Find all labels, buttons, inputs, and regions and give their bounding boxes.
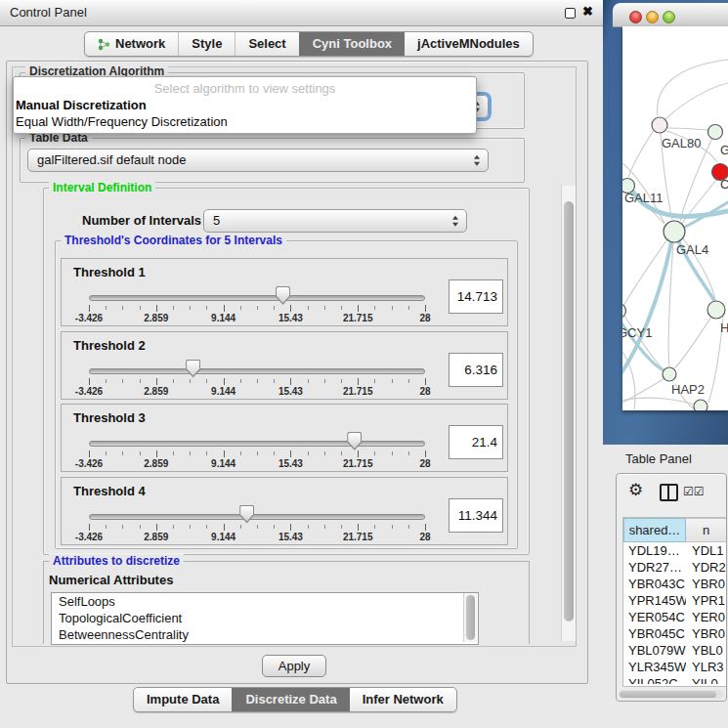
scrollbar-thumb[interactable]: [466, 595, 475, 640]
tab-discretize-data[interactable]: Discretize Data: [232, 688, 349, 711]
slider-tick-labels: -3.4262.8599.14415.4321.71528: [89, 532, 425, 543]
network-node-GCY1[interactable]: [622, 304, 626, 319]
slider-track[interactable]: [89, 514, 425, 520]
table-horizontal-scrollbar[interactable]: [619, 690, 724, 699]
tab-infer-network[interactable]: Infer Network: [350, 688, 456, 711]
cell-shared-name: YPR145W: [623, 592, 686, 609]
threshold-value-field[interactable]: 21.4: [449, 425, 503, 459]
zoom-traffic-light-icon[interactable]: [663, 11, 675, 23]
network-node-H[interactable]: [707, 301, 725, 319]
close-traffic-light-icon[interactable]: [629, 11, 642, 23]
tab-impute-data[interactable]: Impute Data: [134, 688, 232, 711]
main-vertical-scrollbar[interactable]: [561, 186, 576, 641]
cell-shared-name: YDR27…: [623, 559, 686, 576]
tab-select[interactable]: Select: [235, 32, 298, 56]
threshold-value-field[interactable]: 6.316: [449, 353, 503, 387]
checkbox-columns-icon[interactable]: ☑☑: [683, 485, 705, 498]
slider-thumb[interactable]: [186, 360, 200, 378]
minimize-traffic-light-icon[interactable]: [646, 11, 659, 23]
list-item[interactable]: TopologicalCoefficient: [52, 610, 478, 626]
network-node-unlabeled[interactable]: [694, 400, 707, 410]
network-edge[interactable]: [658, 60, 728, 116]
attributes-list-scrollbar[interactable]: [463, 593, 477, 642]
close-icon[interactable]: ✖: [582, 4, 593, 19]
tick-mark: [173, 306, 174, 310]
network-node-GAL80[interactable]: [652, 117, 667, 133]
table-row[interactable]: YER054CYER0: [623, 609, 727, 625]
tick-label: 2.859: [144, 532, 168, 542]
tick-mark: [156, 524, 157, 531]
network-graph[interactable]: GAL80GCGAL11GAL4GCY1HHAP2: [622, 26, 728, 410]
dropdown-option-equal-width[interactable]: Equal Width/Frequency Discretization: [16, 114, 228, 129]
tab-label: Style: [192, 32, 222, 56]
table-row[interactable]: YDR27…YDR2: [623, 559, 727, 576]
table-row[interactable]: YPR145WYPR1: [623, 592, 727, 609]
table-row[interactable]: YIL052CYIL0: [623, 675, 727, 684]
apply-button[interactable]: Apply: [262, 655, 326, 677]
slider-tick-labels: -3.4262.8599.14415.4321.71528: [89, 386, 425, 398]
tick-mark: [425, 378, 426, 385]
table-row[interactable]: YBL079WYBL0: [623, 642, 727, 659]
cell-shared-name: YDL19…: [623, 542, 686, 559]
window-title: Control Panel: [10, 5, 87, 20]
tick-mark: [206, 451, 207, 455]
scrollbar-thumb[interactable]: [564, 201, 574, 621]
table-row[interactable]: YDL19…YDL1: [623, 542, 727, 559]
interval-definition-title: Interval Definition: [49, 181, 155, 194]
list-item[interactable]: BetweennessCentrality: [52, 626, 478, 643]
tab-cyni-toolbox[interactable]: Cyni Toolbox: [299, 32, 405, 56]
slider-track[interactable]: [89, 368, 425, 374]
slider-thumb[interactable]: [347, 432, 362, 450]
dropdown-option-manual[interactable]: Manual Discretization: [16, 98, 147, 112]
slider-track[interactable]: [89, 295, 425, 301]
cell-shared-name: YER054C: [623, 609, 686, 625]
tick-mark: [324, 451, 325, 455]
tab-style[interactable]: Style: [178, 32, 235, 56]
network-edge[interactable]: [665, 83, 728, 119]
tick-mark: [190, 451, 191, 455]
scrollbar-thumb[interactable]: [620, 691, 716, 698]
threshold-value-field[interactable]: 14.713: [449, 279, 503, 314]
network-edge[interactable]: [667, 128, 708, 130]
cell-name: YDR2: [686, 559, 727, 576]
tick-mark: [89, 524, 90, 531]
tick-mark: [290, 378, 291, 385]
number-of-intervals-combobox[interactable]: 5: [203, 209, 467, 233]
tab-jactivemnodules[interactable]: jActiveMNodules: [405, 32, 533, 56]
slider-thumb[interactable]: [276, 286, 290, 305]
node-table: shared… n YDL19…YDL1YDR27…YDR2YBR043CYBR…: [622, 517, 727, 687]
network-edge[interactable]: [628, 130, 654, 177]
threshold-value-field[interactable]: 11.344: [449, 498, 503, 533]
slider-track[interactable]: [89, 441, 425, 447]
node-label: C: [720, 177, 728, 192]
network-node-G[interactable]: [708, 125, 723, 140]
table-row[interactable]: YBR043CYBR0: [623, 576, 727, 592]
table-data-value: galFiltered.sif default node: [37, 152, 186, 167]
slider-ticks: [89, 305, 425, 313]
split-view-icon[interactable]: [660, 484, 678, 501]
slider-thumb[interactable]: [239, 505, 254, 524]
network-node-GAL4[interactable]: [664, 221, 685, 242]
table-data-combobox[interactable]: galFiltered.sif default node: [27, 149, 489, 172]
tab-network[interactable]: Network: [85, 32, 178, 56]
list-item[interactable]: SelfLoops: [52, 593, 478, 610]
network-window-titlebar[interactable]: [613, 3, 728, 27]
tab-label: Impute Data: [147, 688, 219, 711]
tick-mark: [224, 378, 225, 385]
network-node-HAP2[interactable]: [663, 367, 676, 381]
network-edge[interactable]: [674, 317, 711, 368]
number-of-intervals-value: 5: [213, 213, 220, 228]
gear-icon[interactable]: ⚙: [628, 482, 643, 498]
column-header-shared-name[interactable]: shared…: [623, 518, 686, 542]
tick-mark: [156, 305, 157, 312]
float-window-icon[interactable]: [565, 8, 576, 19]
table-row[interactable]: YLR345WYLR3: [623, 659, 727, 675]
column-header-name[interactable]: n: [686, 518, 727, 542]
network-canvas[interactable]: GAL80GCGAL11GAL4GCY1HHAP2: [622, 26, 728, 410]
network-edge[interactable]: [622, 379, 664, 404]
tick-mark: [122, 306, 123, 310]
tick-label: 2.859: [144, 458, 168, 469]
network-edge[interactable]: [622, 239, 667, 308]
table-row[interactable]: YBR045CYBR0: [623, 625, 727, 642]
numerical-attributes-list[interactable]: SelfLoopsTopologicalCoefficientBetweenne…: [51, 592, 479, 645]
